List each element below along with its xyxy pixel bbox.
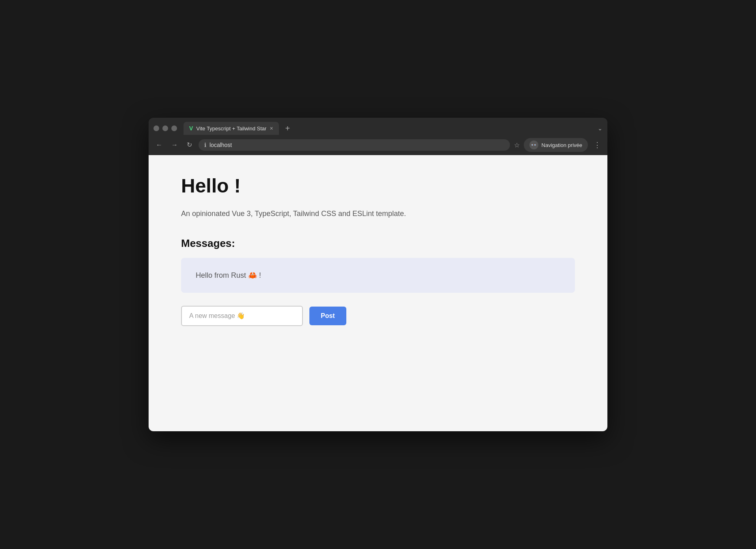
traffic-light-minimize[interactable] — [162, 125, 168, 131]
browser-window: V Vite Typescript + Tailwind Star × + ⌄ … — [149, 118, 607, 431]
bookmark-icon[interactable]: ☆ — [514, 141, 520, 149]
forward-button[interactable]: → — [169, 140, 180, 150]
messages-container: Hello from Rust 🦀 ! — [181, 258, 575, 293]
page-title: Hello ! — [181, 175, 575, 197]
security-icon: ℹ — [204, 142, 206, 148]
tab-close-icon[interactable]: × — [270, 125, 273, 131]
traffic-light-maximize[interactable] — [171, 125, 177, 131]
private-mode-label: Navigation privée — [542, 142, 582, 148]
message-input-row: Post — [181, 306, 575, 326]
post-button[interactable]: Post — [309, 307, 346, 325]
tab-title: Vite Typescript + Tailwind Star — [196, 125, 266, 132]
private-mode-icon: 👓 — [529, 140, 538, 149]
refresh-button[interactable]: ↻ — [184, 140, 194, 150]
private-mode-button[interactable]: 👓 Navigation privée — [524, 138, 588, 152]
tab-favicon-icon: V — [189, 125, 193, 132]
back-button[interactable]: ← — [153, 140, 165, 150]
url-display: localhost — [210, 142, 232, 148]
browser-menu-icon[interactable]: ⋮ — [592, 139, 603, 151]
active-tab[interactable]: V Vite Typescript + Tailwind Star × — [184, 122, 279, 135]
list-item: Hello from Rust 🦀 ! — [196, 271, 560, 280]
traffic-lights — [153, 125, 177, 131]
tab-bar: V Vite Typescript + Tailwind Star × + ⌄ — [149, 118, 607, 135]
page-subtitle: An opinionated Vue 3, TypeScript, Tailwi… — [181, 208, 575, 219]
message-input[interactable] — [181, 306, 303, 326]
page-content: Hello ! An opinionated Vue 3, TypeScript… — [149, 155, 607, 431]
address-bar[interactable]: ℹ localhost — [199, 139, 510, 151]
new-tab-button[interactable]: + — [282, 123, 294, 134]
nav-bar: ← → ↻ ℹ localhost ☆ 👓 Navigation privée … — [149, 135, 607, 155]
browser-chrome: V Vite Typescript + Tailwind Star × + ⌄ … — [149, 118, 607, 155]
traffic-light-close[interactable] — [153, 125, 159, 131]
messages-section-title: Messages: — [181, 237, 575, 250]
tab-chevron-icon[interactable]: ⌄ — [598, 125, 603, 132]
